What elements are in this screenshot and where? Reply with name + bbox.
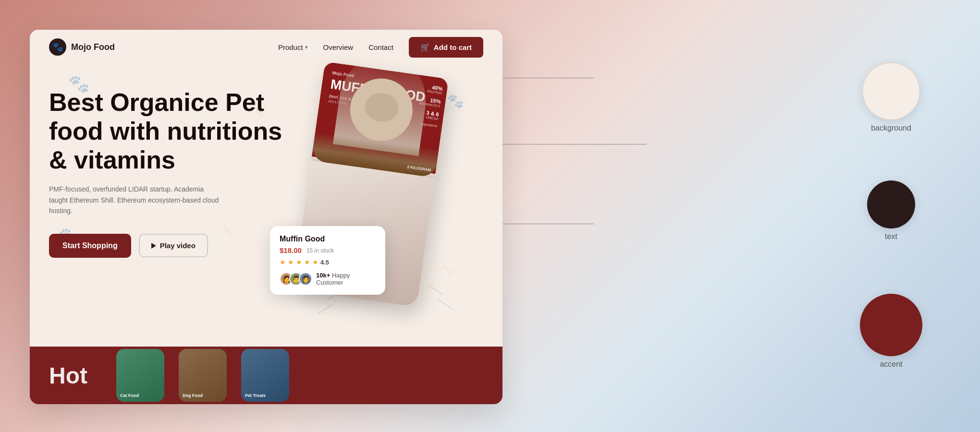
annotation-line-text bbox=[502, 144, 647, 144]
bottom-product-2[interactable]: Dog Food bbox=[179, 349, 227, 402]
bag-bottom: 2 KILOGRAM bbox=[311, 156, 436, 178]
product-popup-card: Muffin Good $18.00 15 in stock ★ ★ ★ ★ ★… bbox=[270, 226, 385, 295]
bottom-product-label-2: Dog Food bbox=[183, 393, 203, 398]
play-icon bbox=[151, 243, 156, 249]
nav-links: Product ▾ Overview Contact 🛒 Add to cart bbox=[278, 37, 483, 58]
popup-rating: 4.5 bbox=[320, 259, 329, 266]
swatch-container: background text accent bbox=[860, 48, 922, 369]
popup-price-row: $18.00 15 in stock bbox=[280, 246, 376, 254]
bottom-heading: Hot bbox=[49, 362, 87, 389]
text-label: text bbox=[885, 232, 897, 241]
accent-label: accent bbox=[880, 360, 902, 369]
accent-color-circle bbox=[860, 294, 922, 356]
hero-section: 🐾 🐾 🦴 🦴 🦴 🐾 🦴 Best Organice Pet food wit… bbox=[30, 64, 502, 333]
play-video-button[interactable]: Play video bbox=[139, 234, 208, 257]
dog-face bbox=[346, 74, 416, 145]
chevron-down-icon: ▾ bbox=[305, 44, 308, 50]
star-4: ★ bbox=[304, 258, 310, 266]
popup-stock: 15 in stock bbox=[306, 247, 334, 254]
hero-subtext: PMF-focused, overfunded LIDAR startup. A… bbox=[49, 184, 222, 216]
bottom-product-3[interactable]: Pet Treats bbox=[241, 349, 289, 402]
website-preview-card: 🐾 Mojo Food Product ▾ Overview Contact 🛒… bbox=[30, 30, 502, 404]
nav-product[interactable]: Product ▾ bbox=[278, 43, 308, 51]
swatch-text: text bbox=[860, 180, 922, 241]
popup-product-name: Muffin Good bbox=[280, 235, 376, 243]
customer-avatars: 👩 👨 👩 bbox=[280, 272, 312, 286]
star-1: ★ bbox=[280, 258, 286, 266]
swatch-accent: accent bbox=[860, 294, 922, 369]
hero-left: Best Organice Pet food with nutritions &… bbox=[49, 74, 284, 333]
customer-avatar-3: 👩 bbox=[299, 272, 312, 286]
popup-customer-text: 10k+ Happy Customer bbox=[316, 272, 376, 286]
star-3: ★ bbox=[296, 258, 302, 266]
annotation-line-accent bbox=[502, 224, 594, 224]
bottom-section: Hot Cat Food Dog Food Pet Treats bbox=[30, 347, 502, 404]
background-label: background bbox=[871, 124, 911, 132]
navbar: 🐾 Mojo Food Product ▾ Overview Contact 🛒… bbox=[30, 30, 502, 64]
popup-customers: 👩 👨 👩 10k+ Happy Customer bbox=[280, 272, 376, 286]
text-color-circle bbox=[867, 180, 915, 228]
nav-overview[interactable]: Overview bbox=[323, 43, 354, 51]
popup-stars: ★ ★ ★ ★ ★ 4.5 bbox=[280, 258, 376, 266]
background-color-circle bbox=[862, 62, 920, 120]
logo-text: Mojo Food bbox=[71, 42, 115, 52]
add-to-cart-button[interactable]: 🛒 Add to cart bbox=[409, 37, 483, 58]
star-2: ★ bbox=[288, 258, 294, 266]
bottom-product-label-1: Cat Food bbox=[120, 393, 139, 398]
bottom-product-label-3: Pet Treats bbox=[245, 393, 266, 398]
hero-heading: Best Organice Pet food with nutritions &… bbox=[49, 88, 284, 174]
hero-buttons: Start Shopping Play video bbox=[49, 234, 284, 258]
nav-contact[interactable]: Contact bbox=[368, 43, 393, 51]
logo-area: 🐾 Mojo Food bbox=[49, 38, 115, 56]
start-shopping-button[interactable]: Start Shopping bbox=[49, 234, 131, 258]
bottom-products: Cat Food Dog Food Pet Treats bbox=[116, 349, 289, 402]
star-5-half: ★ bbox=[312, 258, 318, 266]
logo-icon: 🐾 bbox=[49, 38, 66, 56]
color-swatches: background text accent bbox=[860, 48, 922, 369]
cart-icon: 🛒 bbox=[420, 43, 430, 52]
annotation-line-background bbox=[502, 78, 594, 78]
swatch-background: background bbox=[860, 62, 922, 132]
popup-price: $18.00 bbox=[280, 246, 302, 254]
hero-right: Mojo Food MUFFIN GOOD Beef, rice & veget… bbox=[284, 74, 483, 333]
bottom-product-1[interactable]: Cat Food bbox=[116, 349, 164, 402]
